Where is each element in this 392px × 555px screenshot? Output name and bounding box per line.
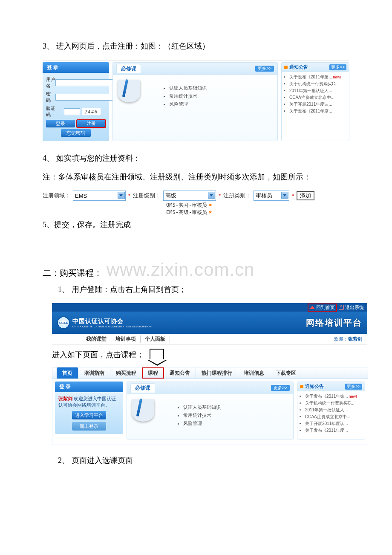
tab-hot[interactable]: 热门课程排行	[196, 367, 238, 379]
logout-button[interactable]: 退出登录	[72, 422, 106, 431]
notice-item[interactable]: 关于机构统一付费购买C...	[289, 81, 346, 87]
notice-item[interactable]: 2011年第一批认证人...	[305, 407, 361, 413]
step-2-1b-text: 进入如下页面，点击课程；	[52, 349, 349, 362]
notice-icon	[300, 385, 303, 388]
captcha-label: 验证码：	[46, 105, 62, 118]
course-item[interactable]: 风险管理	[169, 100, 273, 108]
course-item[interactable]: 常用统计技术	[169, 92, 273, 100]
org-name-cn: 中国认证认可协会	[72, 318, 152, 325]
exit-link[interactable]: 退出系统	[339, 304, 364, 311]
reg-field-select[interactable]	[73, 191, 126, 201]
reg-level-select[interactable]	[163, 191, 216, 201]
tab-home[interactable]: 首页	[57, 367, 78, 379]
login-button[interactable]: 登录	[46, 120, 75, 127]
required-course-panel: 必修课 更多>> 认证人员基础知识 常用统计技术 风险管理	[112, 62, 278, 141]
notice-item[interactable]: 关于开展2011年度认...	[289, 101, 346, 108]
home-link[interactable]: 回到首页	[308, 304, 336, 311]
notice-item[interactable]: 关于开展2011年度认...	[305, 420, 361, 427]
login-panel: 登 录 用户名： 密 码： 验证码： 2446 登录 注册	[43, 62, 109, 141]
notice-item[interactable]: 关于机构统一付费购买C...	[305, 400, 361, 407]
captcha-input[interactable]	[64, 108, 80, 115]
course-item[interactable]: 常用统计技术	[183, 411, 289, 419]
watermark-text: www.zixin.com.cn	[107, 260, 254, 280]
tab-purchase[interactable]: 购买流程	[110, 367, 142, 379]
section-2-title: 二：购买课程：	[43, 267, 102, 279]
loggedin-panel: 登 录 张紫剑,欢迎您进入中国认证认可协会网络培训平台。 进入学习平台 退出登录	[55, 382, 123, 439]
notice-item[interactable]: 关于发布《2011年度...	[289, 108, 346, 115]
login-panel-title: 登 录	[43, 62, 109, 73]
username-input[interactable]	[55, 79, 117, 86]
notice-title: 通知公告	[289, 64, 308, 70]
course-item[interactable]: 认证人员基础知识	[169, 84, 273, 92]
enter-platform-button[interactable]: 进入学习平台	[72, 411, 106, 419]
notice-item[interactable]: CCAA注资成立北京中...	[305, 413, 361, 420]
book-icon	[131, 399, 155, 422]
menu-my-class[interactable]: 我的课堂	[82, 335, 111, 343]
org-name-en: CHINA CERTIFICATION & ACCREDITATION ASSO…	[72, 325, 152, 328]
welcome-text: 欢迎：张紫剑	[334, 336, 362, 342]
notice-title-2: 通知公告	[305, 383, 324, 390]
password-label: 密 码：	[46, 91, 55, 104]
arrow-down-icon	[150, 349, 164, 362]
step-2-1-text: 1、 用户登陆：点击右上角回到首页；	[43, 284, 349, 295]
tab-download[interactable]: 下载专区	[270, 367, 302, 379]
screenshot-nav-panels: 首页 培训指南 购买流程 课程 通知公告 热门课程排行 培训信息 下载专区 登 …	[52, 367, 368, 445]
delete-icon[interactable]: ✖	[207, 202, 212, 208]
required-mark: *	[219, 193, 221, 199]
notice-panel-2: 通知公告 更多>> 关于发布《2011年第...new! 关于机构统一付费购买C…	[297, 382, 365, 439]
notice-item[interactable]: CCAA注资成立北京中...	[289, 94, 346, 101]
reg-level-label: 注册级别：	[133, 192, 161, 199]
register-button[interactable]: 注册	[77, 120, 106, 127]
notice-item[interactable]: 关于发布《2011年第...new!	[305, 393, 361, 400]
notice-item[interactable]: 关于发布《2011年度...	[305, 427, 361, 434]
course-more-link[interactable]: 更多>>	[255, 66, 274, 72]
loggedin-panel-title: 登 录	[55, 382, 123, 392]
step-4-text: 4、 如实填写您的注册资料：	[43, 153, 349, 163]
captcha-image: 2446	[82, 108, 101, 115]
course-item[interactable]: 认证人员基础知识	[183, 403, 289, 411]
required-mark: *	[292, 193, 294, 199]
password-input[interactable]	[55, 94, 117, 101]
step-3-text: 3、 进入网页后，点击注册：如图：（红色区域）	[43, 41, 349, 51]
course-item[interactable]: 风险管理	[183, 419, 289, 428]
notice-panel: 通知公告 更多>> 关于发布《2011年第...new! 关于机构统一付费购买C…	[281, 62, 349, 141]
step-4-note: 注：多体系审核员在注册领域、注册级别、注册类别时须多次添加，如图所示：	[43, 172, 349, 182]
required-course-tab-2[interactable]: 必修课	[130, 383, 155, 393]
registration-row: 注册领域： * 注册级别： * 注册类别： * 添加	[43, 191, 349, 201]
course-more-link-2[interactable]: 更多>>	[271, 385, 290, 391]
platform-title: 网络培训平台	[306, 317, 362, 329]
required-course-tab[interactable]: 必修课	[116, 64, 141, 73]
screenshot-login-register: 登 录 用户名： 密 码： 验证码： 2446 登录 注册	[43, 60, 349, 141]
add-button[interactable]: 添加	[297, 191, 314, 200]
delete-icon[interactable]: ✖	[207, 209, 212, 215]
notice-item[interactable]: 2011年第一批认证人...	[289, 87, 346, 94]
course-list: 认证人员基础知识 常用统计技术 风险管理	[146, 84, 273, 108]
menu-personal[interactable]: 个人面板	[141, 335, 170, 343]
screenshot-banner: 回到首页 退出系统 CCAA 中国认证认可协会 CHINA CERTIFICAT…	[52, 303, 367, 344]
notice-item[interactable]: 关于发布《2011年第...new!	[289, 74, 346, 81]
book-icon	[117, 79, 141, 103]
required-course-panel-2: 必修课 更多>> 认证人员基础知识 常用统计技术 风险管理	[127, 382, 294, 439]
notice-icon	[284, 66, 288, 69]
menu-training[interactable]: 培训事项	[111, 335, 141, 343]
notice-more-link-2[interactable]: 更多>>	[345, 384, 362, 390]
required-mark: *	[128, 193, 130, 199]
notice-list: 关于发布《2011年第...new! 关于机构统一付费购买C... 2011年第…	[282, 72, 349, 116]
tab-course[interactable]: 课程	[142, 367, 164, 379]
reg-field-label: 注册领域：	[43, 192, 70, 199]
reg-category-label: 注册类别：	[223, 192, 251, 199]
notice-more-link[interactable]: 更多>>	[329, 64, 346, 70]
nav-tabs: 首页 培训指南 购买流程 课程 通知公告 热门课程排行 培训信息 下载专区	[52, 367, 368, 379]
tab-notice[interactable]: 通知公告	[164, 367, 196, 379]
step-5-text: 5、提交，保存。注册完成	[43, 220, 349, 230]
tab-info[interactable]: 培训信息	[238, 367, 270, 379]
ccaa-logo: CCAA	[57, 316, 70, 329]
added-item-1: QMS-实习-审核员✖	[43, 202, 349, 209]
tab-guide[interactable]: 培训指南	[78, 367, 110, 379]
home-icon	[310, 306, 315, 309]
exit-icon	[339, 305, 344, 310]
loggedin-message: 张紫剑,欢迎您进入中国认证认可协会网络培训平台。	[58, 396, 120, 408]
added-item-2: EMS-高级-审核员✖	[43, 209, 349, 216]
forgot-password-button[interactable]: 忘记密码	[61, 129, 91, 137]
reg-category-select[interactable]	[254, 191, 289, 201]
